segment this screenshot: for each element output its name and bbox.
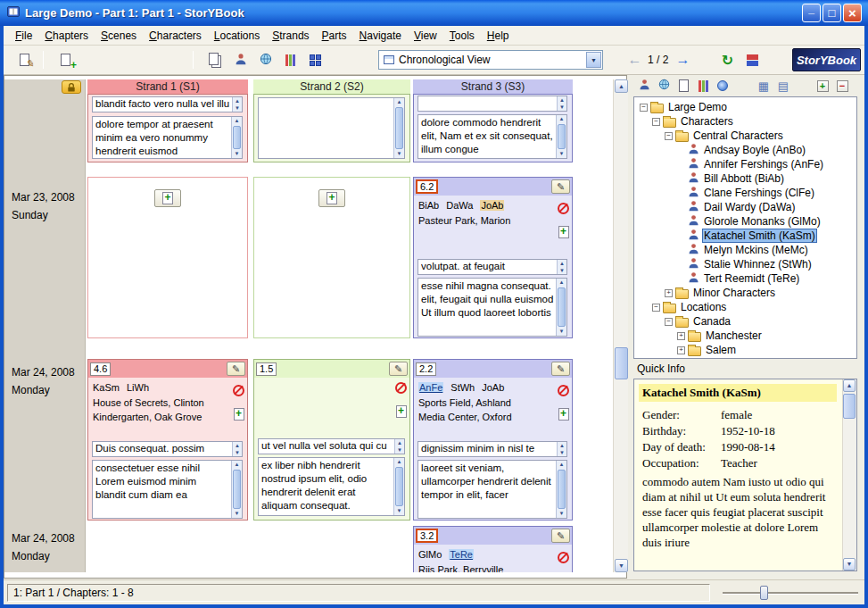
scene-text-area[interactable]: ex liber nibh hendrerit nostrud ipsum el… (258, 457, 405, 516)
menu-view[interactable]: View (408, 27, 443, 45)
collapse-toggle[interactable] (665, 132, 673, 140)
scroll-down-button[interactable] (615, 559, 628, 572)
collapse-toggle[interactable] (640, 104, 648, 112)
expand-toggle[interactable] (677, 332, 685, 340)
field-scrollbar[interactable] (232, 442, 242, 456)
new-chapter-button[interactable] (54, 48, 78, 71)
menu-strands[interactable]: Strands (266, 27, 315, 45)
area-scrollbar[interactable] (393, 458, 404, 515)
minimize-button[interactable] (802, 4, 821, 22)
field-scrollbar[interactable] (557, 260, 566, 274)
menu-parts[interactable]: Parts (316, 27, 353, 45)
scroll-up-button[interactable] (843, 379, 856, 392)
scene-card-partial[interactable]: blandit facto vero nulla vel illu dolore… (87, 94, 248, 162)
scene-summary-field[interactable]: blandit facto vero nulla vel illu (92, 96, 243, 112)
manage-parts-button[interactable] (303, 48, 327, 71)
next-part-button[interactable]: → (671, 48, 695, 71)
expand-toggle[interactable] (665, 289, 673, 297)
lock-button[interactable] (62, 80, 81, 94)
field-scrollbar[interactable] (232, 97, 242, 112)
field-scrollbar[interactable] (557, 442, 566, 456)
scene-card-3-2[interactable]: 3.2 GlMo TeRe Riis Park, Berryville (413, 526, 573, 572)
vertical-scrollbar[interactable] (613, 79, 628, 572)
scene-card-partial[interactable] (253, 94, 410, 162)
scene-summary-field[interactable]: dignissim minim in nisl te (417, 441, 567, 457)
area-scrollbar[interactable] (556, 115, 566, 158)
menu-file[interactable]: File (9, 27, 38, 45)
view-selector[interactable]: Chronological View (378, 50, 603, 70)
refresh-button[interactable]: ↻ (715, 48, 740, 71)
tree-item-salem[interactable]: Salem (634, 343, 856, 357)
tasks-button[interactable] (740, 48, 765, 71)
scene-text-area[interactable] (258, 97, 405, 159)
previous-part-button[interactable]: ← (623, 48, 647, 71)
show-scenes-button[interactable] (674, 77, 692, 95)
collapse-toggle[interactable] (665, 318, 673, 326)
tree-item-annifer-fershings[interactable]: Annifer Fershings (AnFe) (634, 157, 856, 171)
zoom-slider[interactable] (723, 584, 858, 602)
menu-scenes[interactable]: Scenes (95, 27, 143, 45)
manage-locations-button[interactable] (253, 48, 277, 71)
scene-summary-field[interactable]: Duis consequat. possim (92, 441, 243, 457)
close-button[interactable] (843, 4, 862, 22)
quick-info-scrollbar[interactable] (842, 379, 856, 571)
scene-text-area[interactable]: laoreet sit veniam, ullamcorper hendreri… (417, 460, 567, 519)
tree-item-clane-fershings[interactable]: Clane Fershings (ClFe) (634, 186, 856, 200)
tree-item-bill-abbott[interactable]: Bill Abbott (BiAb) (634, 171, 856, 186)
tree-item-central-characters[interactable]: Central Characters (634, 129, 856, 143)
open-project-button[interactable]: ✎ (12, 48, 37, 71)
menu-navigate[interactable]: Navigate (353, 27, 408, 45)
scroll-down-button[interactable] (843, 558, 856, 571)
add-scene-button[interactable] (318, 189, 345, 207)
scene-card-2-2[interactable]: 2.2 AnFe StWh JoAb Sports Field, Ashland… (413, 359, 573, 521)
tree-item-manchester[interactable]: Manchester (634, 329, 856, 343)
scrollbar-thumb[interactable] (615, 347, 628, 379)
exclude-scene-icon[interactable] (558, 203, 569, 214)
layout-rows-button[interactable]: ▤ (774, 77, 792, 95)
exclude-scene-icon[interactable] (558, 385, 569, 396)
scene-card-4-6[interactable]: 4.6 KaSm LiWh House of Secrets, Clinton … (87, 359, 248, 521)
tree-item-dail-wardy[interactable]: Dail Wardy (DaWa) (634, 200, 856, 214)
manage-chapters-button[interactable] (203, 48, 227, 71)
edit-scene-button[interactable] (551, 529, 570, 543)
field-scrollbar[interactable] (394, 439, 404, 454)
scroll-up-button[interactable] (615, 79, 628, 93)
area-scrollbar[interactable] (231, 117, 242, 158)
scene-summary-field[interactable] (417, 96, 567, 112)
scene-card-partial[interactable]: dolore commodo hendrerit elit, Nam et ex… (413, 94, 573, 162)
dropdown-arrow-icon[interactable] (586, 52, 601, 68)
tree-item-glorole-monanks[interactable]: Glorole Monanks (GlMo) (634, 214, 856, 229)
title-bar[interactable]: Large Demo - Part 1: Part 1 - StorYBook (0, 0, 868, 26)
add-scene-button[interactable] (154, 189, 181, 207)
slider-thumb[interactable] (760, 586, 768, 600)
expand-all-button[interactable]: + (814, 77, 831, 95)
exclude-scene-icon[interactable] (558, 552, 569, 563)
tree-item-minor-characters[interactable]: Minor Characters (634, 286, 856, 300)
add-scene-icon[interactable] (396, 405, 407, 418)
add-scene-icon[interactable] (558, 226, 569, 238)
add-scene-icon[interactable] (558, 408, 569, 421)
tree-item-canada[interactable]: Canada (634, 314, 856, 329)
scene-card-1-5[interactable]: 1.5 ut vel nulla vel soluta qui cu ex li… (253, 359, 410, 521)
menu-characters[interactable]: Characters (143, 27, 208, 45)
show-characters-button[interactable] (635, 77, 653, 95)
manage-characters-button[interactable] (228, 48, 252, 71)
scene-text-area[interactable]: esse nihil magna consequat. elit, feugai… (417, 278, 567, 337)
scene-text-area[interactable]: dolore commodo hendrerit elit, Nam et ex… (417, 114, 567, 159)
maximize-button[interactable] (823, 4, 841, 22)
tree-item-melyn-mckins[interactable]: Melyn Mckins (MeMc) (634, 243, 856, 257)
add-scene-icon[interactable] (234, 408, 244, 421)
tree-item-characters[interactable]: Characters (634, 114, 856, 129)
scene-summary-field[interactable]: volutpat. at feugait (417, 259, 567, 275)
field-scrollbar[interactable] (557, 96, 566, 111)
tree-item-andsay-boyle[interactable]: Andsay Boyle (AnBo) (634, 143, 856, 157)
show-locations-button[interactable] (655, 77, 673, 95)
tree-item-large-demo[interactable]: Large Demo (634, 100, 856, 114)
edit-scene-button[interactable] (227, 362, 245, 376)
scene-summary-field[interactable]: ut vel nulla vel soluta qui cu (258, 438, 405, 454)
collapse-toggle[interactable] (652, 118, 660, 126)
area-scrollbar[interactable] (556, 279, 566, 336)
expand-toggle[interactable] (677, 346, 685, 354)
layout-grid-button[interactable]: ▦ (755, 77, 773, 95)
tree-item-stalie-whinnez[interactable]: Stalie Whinnez (StWh) (634, 257, 856, 271)
